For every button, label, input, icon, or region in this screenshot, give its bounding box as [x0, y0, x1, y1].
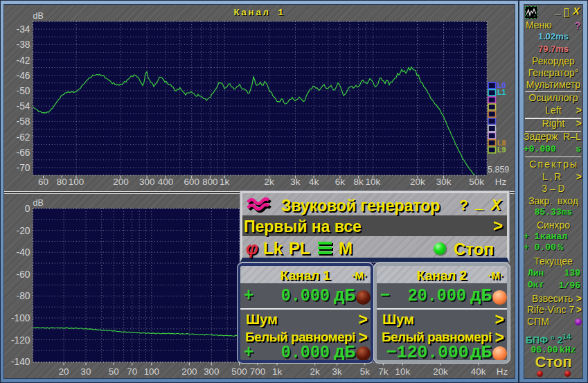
svg-text:20k: 20k	[433, 366, 448, 377]
svg-text:-120: -120	[11, 335, 30, 346]
svg-text:10k: 10k	[366, 177, 381, 187]
svg-text:-38: -38	[17, 39, 30, 50]
svg-text:dB: dB	[33, 11, 44, 21]
svg-text:100: 100	[69, 177, 84, 187]
svg-text:-70: -70	[17, 163, 30, 173]
svg-text:50: 50	[109, 366, 119, 377]
svg-text:0: 0	[25, 204, 30, 214]
svg-text:7k: 7k	[378, 366, 388, 377]
svg-text:30: 30	[81, 366, 91, 377]
svg-text:L9: L9	[497, 145, 506, 154]
svg-text:400: 400	[158, 177, 173, 187]
svg-text:2k: 2k	[265, 177, 274, 187]
svg-text:5k: 5k	[360, 366, 370, 377]
svg-text:Hz: Hz	[495, 177, 507, 187]
svg-text:70: 70	[127, 366, 137, 377]
svg-text:40k: 40k	[471, 366, 486, 377]
svg-text:-140: -140	[11, 357, 30, 367]
svg-text:-58: -58	[17, 116, 30, 127]
svg-text:500: 500	[231, 366, 247, 377]
svg-text:-42: -42	[17, 55, 30, 66]
svg-text:-46: -46	[17, 71, 30, 81]
svg-text:60: 60	[38, 177, 48, 187]
svg-text:3k: 3k	[332, 366, 342, 377]
svg-text:200: 200	[181, 366, 197, 377]
svg-text:4k: 4k	[309, 177, 319, 187]
svg-text:3k: 3k	[290, 177, 300, 187]
svg-text:-80: -80	[17, 291, 30, 301]
svg-text:6k: 6k	[335, 177, 345, 187]
svg-text:50k: 50k	[469, 177, 484, 187]
svg-text:300: 300	[139, 177, 154, 187]
svg-text:-40: -40	[17, 247, 30, 258]
svg-text:200: 200	[113, 177, 128, 187]
svg-text:2k: 2k	[310, 366, 320, 377]
svg-text:-60: -60	[17, 269, 30, 280]
svg-text:L1: L1	[497, 88, 506, 96]
svg-text:-50: -50	[17, 86, 30, 96]
svg-text:1k: 1k	[272, 366, 282, 377]
svg-text:800: 800	[202, 177, 217, 187]
svg-text:10k: 10k	[395, 366, 411, 377]
svg-text:-34: -34	[17, 24, 30, 35]
svg-text:20k: 20k	[410, 177, 425, 187]
svg-text:600: 600	[184, 177, 199, 187]
svg-text:20: 20	[59, 366, 69, 377]
svg-text:300: 300	[204, 366, 219, 377]
svg-text:-66: -66	[17, 148, 30, 158]
svg-text:dB: dB	[33, 198, 44, 208]
svg-text:Канал 1: Канал 1	[233, 8, 285, 18]
svg-text:80: 80	[57, 177, 67, 187]
svg-text:5.859: 5.859	[488, 165, 509, 175]
svg-text:100: 100	[144, 366, 159, 377]
svg-text:-62: -62	[17, 132, 30, 143]
svg-text:700: 700	[250, 366, 265, 377]
svg-text:-20: -20	[17, 226, 30, 236]
svg-text:8k: 8k	[354, 177, 364, 187]
svg-text:30k: 30k	[436, 177, 452, 187]
svg-text:Hz: Hz	[497, 366, 508, 377]
svg-text:-100: -100	[11, 313, 30, 323]
svg-text:1k: 1k	[220, 177, 229, 187]
svg-text:-54: -54	[17, 101, 30, 112]
